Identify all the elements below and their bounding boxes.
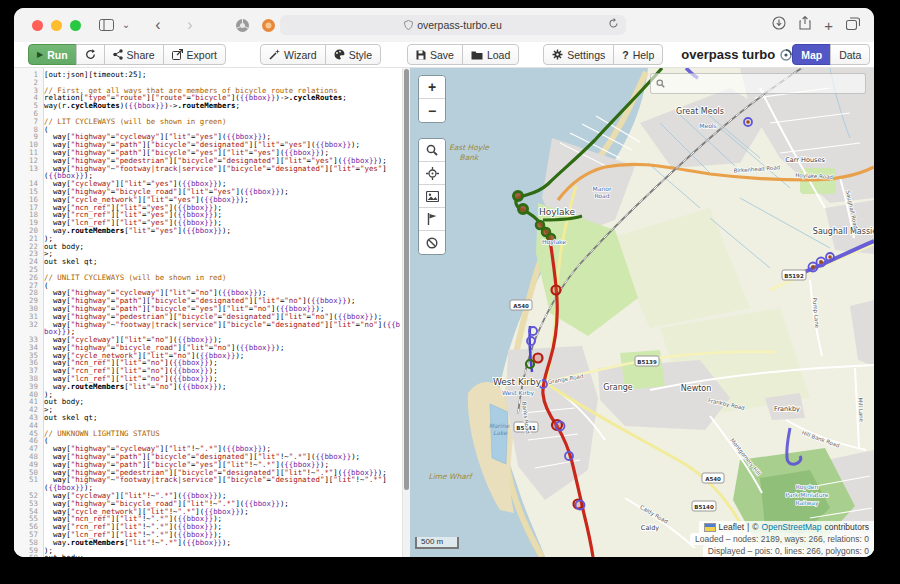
svg-text:B5192: B5192 <box>784 273 804 279</box>
floppy-icon <box>416 50 426 60</box>
scale-bar: 500 m <box>415 537 459 549</box>
map-tools-control <box>418 138 446 255</box>
flag-icon <box>427 213 437 225</box>
editor-line: 5way(r.cycleRoutes)({{bbox}})->.routeMem… <box>14 102 402 110</box>
reload-icon[interactable] <box>608 18 619 31</box>
wizard-button[interactable]: Wizard <box>260 44 326 65</box>
zoom-out-button[interactable]: − <box>419 99 445 122</box>
svg-text:Caldy: Caldy <box>641 524 659 532</box>
svg-text:Lake: Lake <box>493 429 508 436</box>
new-tab-icon[interactable]: + <box>824 17 833 34</box>
gear-icon <box>552 49 563 60</box>
export-image-button[interactable] <box>419 185 445 208</box>
leaflet-link[interactable]: Leaflet <box>719 522 745 532</box>
tab-overview-icon[interactable] <box>846 16 860 34</box>
run-button[interactable]: ▶Run <box>28 44 77 65</box>
browser-window: ⌄ ‹ › overpass-turbo.eu + <box>14 8 874 557</box>
svg-text:Hoylake: Hoylake <box>542 238 566 246</box>
export-button[interactable]: Export <box>163 44 226 65</box>
map-canvas[interactable]: A540 B5139 B5141 A540 B5140 B5192 Great … <box>410 68 874 557</box>
editor-line: 41out body; <box>14 398 402 406</box>
shield-icon <box>404 20 413 30</box>
status-displayed: Displayed – pois: 0, lines: 266, polygon… <box>703 545 874 557</box>
locate-button[interactable] <box>419 162 445 185</box>
svg-text:Saughall Massie: Saughall Massie <box>813 227 874 236</box>
map-search-box[interactable] <box>650 73 866 94</box>
style-button[interactable]: Style <box>325 44 381 65</box>
search-icon <box>656 79 665 88</box>
refresh-icon <box>85 49 96 60</box>
attribution: Leaflet | © OpenStreetMap contributors <box>699 521 874 533</box>
rerun-button[interactable] <box>76 44 105 65</box>
svg-text:Hoylake: Hoylake <box>539 207 576 217</box>
share-button[interactable]: Share <box>104 44 164 65</box>
svg-text:Meols: Meols <box>699 122 716 129</box>
svg-text:Great Meols: Great Meols <box>676 107 724 116</box>
save-button[interactable]: Save <box>407 44 463 65</box>
tab-map[interactable]: Map <box>792 44 831 65</box>
svg-text:Grange: Grange <box>603 383 633 392</box>
help-button[interactable]: ?Help <box>613 44 663 65</box>
map-search-input[interactable] <box>669 78 860 90</box>
question-icon: ? <box>622 49 628 61</box>
tab-data[interactable]: Data <box>830 44 870 65</box>
minimize-window-button[interactable] <box>51 20 62 31</box>
sidebar-toggle-icon[interactable] <box>97 16 115 34</box>
settings-button[interactable]: Settings <box>543 44 614 65</box>
svg-text:Frankby: Frankby <box>774 405 800 413</box>
status-loaded: Loaded – nodes: 2189, ways: 266, relatio… <box>690 533 874 545</box>
extension-icon[interactable] <box>261 18 276 33</box>
browser-chrome: ⌄ ‹ › overpass-turbo.eu + <box>14 8 874 43</box>
app-toolbar: ▶Run Share Export Wizard Style Save Load… <box>14 42 874 68</box>
svg-text:Marine: Marine <box>489 422 511 429</box>
query-editor[interactable]: 1[out:json][timeout:25];2 3// First, get… <box>14 68 410 557</box>
editor-line: 39 way.routeMembers["lit"="no"]({{bbox}}… <box>14 383 402 391</box>
folder-icon <box>471 50 483 60</box>
map-status: Leaflet | © OpenStreetMap contributors L… <box>690 521 874 557</box>
svg-text:A540: A540 <box>513 303 529 309</box>
zoom-in-button[interactable]: + <box>419 76 445 99</box>
editor-line: 24out skel qt; <box>14 258 402 266</box>
forward-button[interactable]: › <box>181 16 199 34</box>
svg-text:Newton: Newton <box>681 384 712 393</box>
editor-line: 20 way.routeMembers["lit"="yes"]({{bbox}… <box>14 227 402 235</box>
editor-line: 13 way["highway"~"footway|track|service"… <box>14 165 402 181</box>
load-button[interactable]: Load <box>462 44 519 65</box>
extension-icon[interactable] <box>235 18 250 33</box>
magic-wand-icon <box>269 49 280 60</box>
editor-scrollbar[interactable] <box>402 68 410 557</box>
svg-text:Road: Road <box>594 192 609 199</box>
export-icon <box>172 49 183 60</box>
editor-line: 58 way.routeMembers["lit"!~".*"]({{bbox}… <box>14 539 402 547</box>
app-title: overpass turbo <box>681 47 792 62</box>
editor-line: 7// LIT CYCLEWAYS (will be shown in gree… <box>14 118 402 126</box>
svg-text:West Kirby: West Kirby <box>493 377 542 387</box>
zoom-window-button[interactable] <box>70 20 81 31</box>
disable-button[interactable] <box>419 231 445 254</box>
svg-text:Carr Houses: Carr Houses <box>785 156 825 164</box>
map-tiles: A540 B5139 B5141 A540 B5140 B5192 Great … <box>410 68 874 557</box>
close-window-button[interactable] <box>32 20 43 31</box>
svg-text:Lime Wharf: Lime Wharf <box>428 472 473 481</box>
back-button[interactable]: ‹ <box>149 16 167 34</box>
map-search-button[interactable] <box>419 139 445 162</box>
bookmark-flag-button[interactable] <box>419 208 445 231</box>
svg-text:B5139: B5139 <box>637 359 657 365</box>
address-bar[interactable]: overpass-turbo.eu <box>280 15 626 35</box>
editor-line: 26// UNLIT CYCLEWAYS (will be shown in r… <box>14 274 402 282</box>
svg-text:Bank: Bank <box>460 153 480 162</box>
chevron-down-icon[interactable]: ⌄ <box>117 16 135 34</box>
image-icon <box>426 191 439 202</box>
overpass-turbo-logo-icon <box>780 49 792 61</box>
editor-line: 51 way["highway"~"footway|track|service"… <box>14 476 402 492</box>
url-text: overpass-turbo.eu <box>417 19 502 31</box>
share-icon[interactable] <box>799 16 811 34</box>
osm-link[interactable]: OpenStreetMap <box>762 522 822 532</box>
ukraine-flag-icon <box>704 523 716 532</box>
editor-rows: 1[out:json][timeout:25];2 3// First, get… <box>14 71 402 557</box>
editor-line: 60out body; <box>14 554 402 557</box>
crosshair-icon <box>426 167 439 180</box>
ban-icon <box>426 237 438 249</box>
downloads-icon[interactable] <box>772 16 786 34</box>
palette-icon <box>334 49 345 60</box>
